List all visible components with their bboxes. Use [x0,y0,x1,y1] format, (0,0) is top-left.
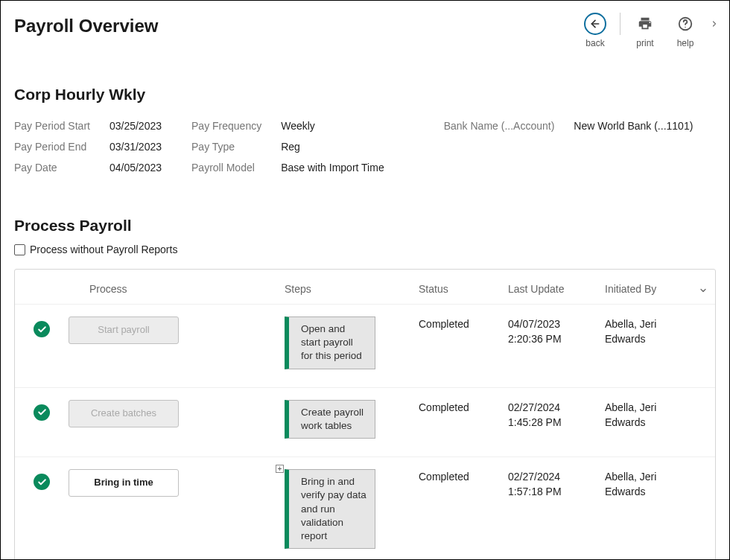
step-box[interactable]: Open and start payroll for this period [285,316,375,369]
toolbar: back print help [575,11,723,48]
meta-value: 03/31/2023 [110,141,162,153]
help-label: help [677,38,694,48]
print-button[interactable]: print [625,11,665,48]
initiated-by-cell: Abella, Jeri Edwards [605,469,694,500]
column-menu-icon[interactable] [694,286,712,295]
initiated-by-cell: Abella, Jeri Edwards [605,316,694,347]
th-status: Status [419,283,508,295]
step-box[interactable]: Create payroll work tables [285,400,375,439]
meta-grid: Pay Period Start 03/25/2023 Pay Period E… [14,120,716,174]
initiated-by-cell: Abella, Jeri Edwards [605,400,694,430]
table-row: Create batchesCreate payroll work tables… [15,387,715,456]
check-circle-icon [34,474,50,490]
last-update-cell: 02/27/2024 1:57:18 PM [508,469,605,500]
payroll-name: Corp Hourly Wkly [14,86,716,104]
help-button[interactable]: help [665,11,705,48]
meta-label: Pay Date [14,162,90,174]
expand-plus-icon[interactable]: + [276,465,284,473]
print-label: print [636,38,653,48]
check-circle-icon [34,404,50,421]
th-initiated-by: Initiated By [605,283,694,295]
th-process: Process [69,283,285,295]
meta-value: Weekly [281,120,384,132]
meta-value: Base with Import Time [281,162,384,174]
process-table: Process Steps Status Last Update Initiat… [14,269,716,560]
meta-label: Payroll Model [191,162,261,174]
status-cell: Completed [419,469,508,484]
table-header: Process Steps Status Last Update Initiat… [15,270,715,304]
svg-point-2 [685,27,685,28]
last-update-cell: 04/07/2023 2:20:36 PM [508,316,605,347]
checkbox-label: Process without Payroll Reports [30,244,177,255]
th-steps: Steps [285,283,419,295]
th-last-update: Last Update [508,283,605,295]
back-label: back [585,38,604,48]
meta-label: Pay Frequency [191,120,261,132]
chevron-right-icon[interactable] [705,11,723,32]
meta-value: 03/25/2023 [110,120,162,132]
process-button: Start payroll [69,316,179,344]
step-box[interactable]: Bring in and verify pay data and run val… [285,469,375,549]
meta-label: Pay Type [191,141,261,153]
back-button[interactable]: back [575,11,615,48]
meta-label: Pay Period End [14,141,90,153]
meta-label: Pay Period Start [14,120,90,132]
last-update-cell: 02/27/2024 1:45:28 PM [508,400,605,430]
status-cell: Completed [419,400,508,415]
process-without-reports-checkbox[interactable] [14,244,25,255]
print-icon [632,11,658,36]
process-button[interactable]: Bring in time [69,469,179,497]
meta-value: Reg [281,141,384,153]
check-circle-icon [34,321,50,337]
table-row: Start payrollOpen and start payroll for … [15,304,715,387]
back-icon [584,13,606,35]
table-row: Bring in time+Bring in and verify pay da… [15,456,715,560]
meta-value: New World Bank (...1101) [574,120,693,132]
toolbar-divider [620,13,620,35]
meta-value: 04/05/2023 [110,162,162,174]
process-button: Create batches [69,400,179,427]
meta-label: Bank Name (...Account) [444,120,555,132]
page-title: Payroll Overview [14,11,158,36]
help-icon [673,11,698,36]
status-cell: Completed [419,316,508,331]
process-title: Process Payroll [14,217,716,235]
